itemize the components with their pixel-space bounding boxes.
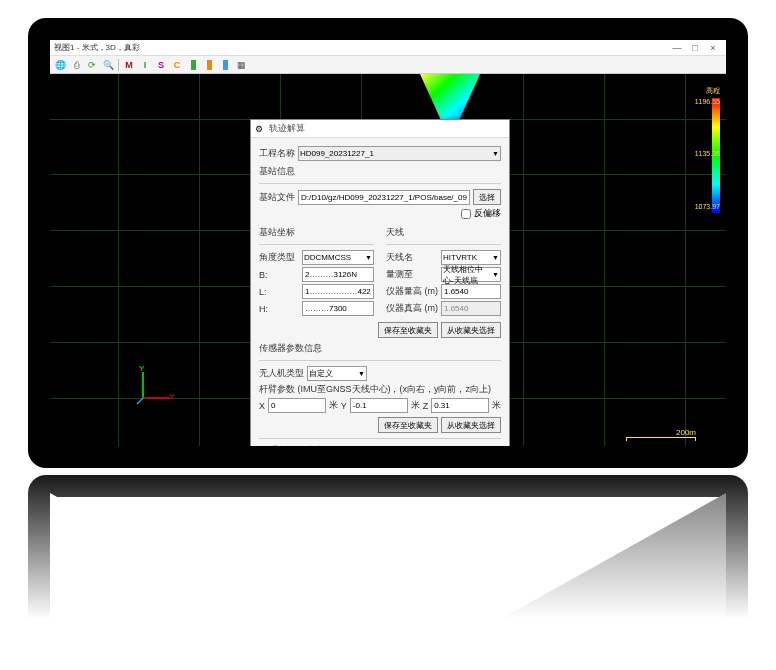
z-input[interactable] — [431, 398, 489, 413]
3d-viewport[interactable]: Y X 高程 1196.55 1135.26 1073.97 200m ⚙ 轨迹… — [50, 74, 726, 446]
lever-arm-label: 杆臂参数 (IMU至GNSS天线中心)，(x向右，y向前，z向上) — [259, 383, 501, 396]
angle-type-select[interactable]: DDCMMCSS▼ — [302, 250, 374, 265]
instrument-true-input — [441, 301, 501, 316]
save-favorite-button-1[interactable]: 保存至收藏夹 — [378, 322, 438, 338]
y-input[interactable] — [350, 398, 408, 413]
tool-i-icon[interactable]: I — [138, 58, 152, 72]
tool-zoom-icon[interactable]: 🔍 — [101, 58, 115, 72]
tool-s-icon[interactable]: S — [154, 58, 168, 72]
tool-refresh-icon[interactable]: ⟳ — [85, 58, 99, 72]
from-favorite-button-1[interactable]: 从收藏夹选择 — [441, 322, 501, 338]
y-label: Y — [341, 401, 347, 411]
legend-tick-mid: 1135.26 — [695, 150, 720, 157]
measure-to-select[interactable]: 天线相位中心-天线底▼ — [441, 267, 501, 282]
l-label: L: — [259, 287, 299, 297]
l-input[interactable] — [302, 284, 374, 299]
base-coord-label: 基站坐标 — [259, 226, 374, 239]
antenna-name-label: 天线名 — [386, 251, 438, 264]
x-label: X — [259, 401, 265, 411]
window-titlebar: 视图1 - 米式，3D，真彩 — □ × — [50, 40, 726, 56]
tool-grid-icon[interactable]: ▦ — [234, 58, 248, 72]
sensor-params-label: 传感器参数信息 — [259, 342, 501, 355]
z-label: Z — [423, 401, 429, 411]
tool-bar1-icon[interactable] — [186, 58, 200, 72]
tool-bar3-icon[interactable] — [218, 58, 232, 72]
base-info-label: 基站信息 — [259, 165, 501, 178]
x-input[interactable] — [268, 398, 326, 413]
tool-c-icon[interactable]: C — [170, 58, 184, 72]
scale-label: 200m — [626, 428, 696, 437]
close-button[interactable]: × — [704, 43, 722, 53]
tool-m-icon[interactable]: M — [122, 58, 136, 72]
project-name-label: 工程名称 — [259, 147, 295, 160]
antenna-label: 天线 — [386, 226, 501, 239]
trajectory-dialog: ⚙ 轨迹解算 工程名称 HD099_20231227_1▼ 基站信息 基站文件 … — [250, 119, 510, 446]
base-file-label: 基站文件 — [259, 191, 295, 204]
uav-type-select[interactable]: 自定义▼ — [307, 366, 367, 381]
dialog-icon: ⚙ — [255, 124, 265, 134]
b-label: B: — [259, 270, 299, 280]
instrument-true-label: 仪器真高 (m) — [386, 302, 438, 315]
laptop-reflection — [28, 475, 748, 655]
tool-globe-icon[interactable]: 🌐 — [53, 58, 67, 72]
h-label: H: — [259, 304, 299, 314]
instrument-height-input[interactable] — [441, 284, 501, 299]
delete-redundant-checkbox[interactable]: 删除冗余数据 — [259, 444, 501, 446]
save-favorite-button-2[interactable]: 保存至收藏夹 — [378, 417, 438, 433]
uav-type-label: 无人机类型 — [259, 367, 304, 380]
laptop-frame: 视图1 - 米式，3D，真彩 — □ × 🌐 ⎙ ⟳ 🔍 M I S C ▦ — [28, 18, 748, 468]
anti-multipath-checkbox[interactable]: 反偏移 — [461, 207, 501, 220]
b-input[interactable] — [302, 267, 374, 282]
angle-type-label: 角度类型 — [259, 251, 299, 264]
toolbar-separator — [118, 59, 119, 71]
browse-button[interactable]: 选择 — [473, 189, 501, 205]
tool-bar2-icon[interactable] — [202, 58, 216, 72]
toolbar: 🌐 ⎙ ⟳ 🔍 M I S C ▦ — [50, 56, 726, 74]
axis-gizmo: Y X — [135, 366, 175, 406]
minimize-button[interactable]: — — [668, 43, 686, 53]
project-name-select[interactable]: HD099_20231227_1▼ — [298, 146, 501, 161]
maximize-button[interactable]: □ — [686, 43, 704, 53]
scale-bar: 200m — [626, 428, 696, 438]
dialog-titlebar[interactable]: ⚙ 轨迹解算 — [251, 120, 509, 138]
svg-line-4 — [137, 398, 143, 404]
from-favorite-button-2[interactable]: 从收藏夹选择 — [441, 417, 501, 433]
h-input[interactable] — [302, 301, 374, 316]
elevation-legend: 高程 1196.55 1135.26 1073.97 — [690, 86, 720, 213]
base-file-input[interactable] — [298, 190, 470, 205]
instrument-height-label: 仪器量高 (m) — [386, 285, 438, 298]
tool-print-icon[interactable]: ⎙ — [69, 58, 83, 72]
screen: 视图1 - 米式，3D，真彩 — □ × 🌐 ⎙ ⟳ 🔍 M I S C ▦ — [50, 40, 726, 446]
window-title: 视图1 - 米式，3D，真彩 — [54, 42, 668, 53]
legend-tick-high: 1196.55 — [695, 98, 720, 105]
legend-title: 高程 — [690, 86, 720, 96]
measure-to-label: 量测至 — [386, 268, 438, 281]
dialog-title-text: 轨迹解算 — [269, 122, 305, 135]
legend-tick-low: 1073.97 — [695, 203, 720, 210]
